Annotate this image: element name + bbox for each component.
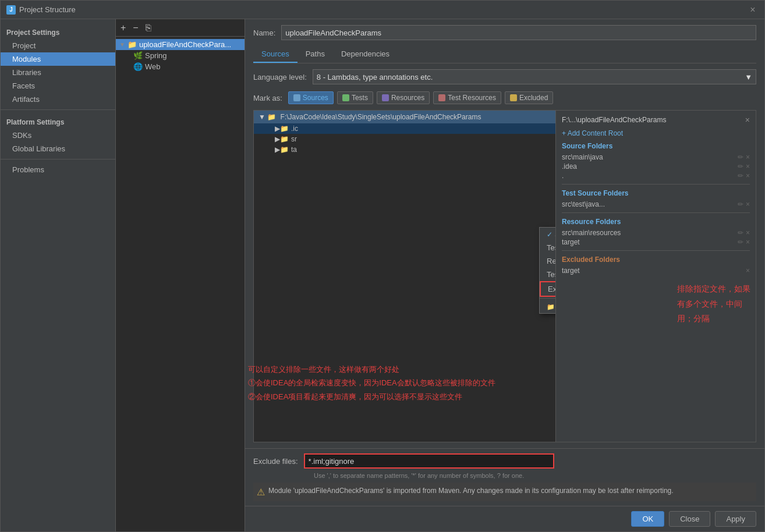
source-actions-1: ✏ × (738, 153, 750, 161)
project-structure-dialog: J Project Structure × Project Settings P… (0, 0, 765, 532)
source-folder-2: .idea ✏ × (562, 162, 750, 171)
resource-folder-1: src\main\resources ✏ × (562, 228, 750, 237)
sidebar-item-global-libraries[interactable]: Global Libraries (1, 142, 115, 155)
tree-add-button[interactable]: + (119, 23, 127, 33)
folder-target-icon: 📁 (280, 146, 289, 154)
lang-row: Language level: 8 - Lambdas, type annota… (253, 69, 756, 84)
module-name: uploadFileAndCheckPara... (139, 40, 231, 49)
context-item-new-folder[interactable]: 📁+New Folder... (540, 300, 556, 313)
mark-btn-test-resources[interactable]: Test Resources (433, 91, 501, 104)
name-input[interactable] (281, 25, 756, 40)
arrow-right-icon3: ▶ (275, 146, 280, 154)
name-row: Name: (253, 25, 756, 40)
mark-as-label: Mark as: (253, 94, 282, 102)
test-folder-1: src\test\java... ✏ × (562, 200, 750, 209)
edit-icon-4[interactable]: ✏ (738, 200, 743, 208)
tree-remove-button[interactable]: − (132, 23, 139, 33)
lang-label: Language level: (253, 73, 307, 81)
apply-button[interactable]: Apply (715, 511, 756, 527)
cancel-button[interactable]: Close (669, 511, 710, 527)
folder-ic-icon: 📁 (280, 125, 289, 133)
sidebar-item-facets[interactable]: Facets (1, 79, 115, 93)
tree-item-spring[interactable]: 🌿 Spring (116, 50, 245, 61)
sidebar-item-sdks[interactable]: SDKs (1, 129, 115, 142)
ok-button[interactable]: OK (631, 511, 664, 527)
add-content-root[interactable]: + Add Content Root (562, 129, 750, 137)
remove-icon-2[interactable]: × (746, 162, 750, 171)
exclude-row: Exclude files: (253, 453, 756, 469)
edit-icon-3[interactable]: ✏ (738, 172, 743, 180)
chevron-down-icon: ▼ (745, 73, 752, 81)
exclude-input[interactable] (304, 453, 554, 469)
tree-item-module[interactable]: ▼ 📁 uploadFileAndCheckPara... (116, 39, 245, 50)
warning-row: ⚠ Module 'uploadFileAndCheckParams' is i… (253, 483, 756, 501)
context-item-test-resources[interactable]: Test Resources (540, 268, 556, 281)
remove-icon-3[interactable]: × (746, 172, 750, 180)
detail-path-row: F:\...\uploadFileAndCheckParams × (562, 115, 750, 125)
annotation-side2: 有多个文件，中间 (677, 297, 750, 311)
remove-icon-6[interactable]: × (746, 238, 750, 246)
tab-dependencies[interactable]: Dependencies (333, 46, 398, 63)
remove-icon-4[interactable]: × (746, 200, 750, 208)
module-tree: + − ⎘ ▼ 📁 uploadFileAndCheckPara... 🌿 Sp… (116, 19, 245, 531)
context-item-sources[interactable]: ✓Sources Alt+S (540, 228, 556, 241)
tree-item-web[interactable]: 🌐 Web (116, 61, 245, 72)
annotation-right: 排除指定文件，如果 有多个文件，中间 用；分隔 (677, 282, 750, 326)
sidebar-divider (1, 109, 115, 110)
sidebar-divider2 (1, 159, 115, 159)
separator3 (562, 250, 750, 251)
annotation-side1: 排除指定文件，如果 (677, 282, 750, 296)
sidebar-item-modules[interactable]: Modules (1, 52, 115, 66)
tab-paths[interactable]: Paths (298, 46, 333, 63)
mark-btn-tests[interactable]: Tests (337, 91, 373, 104)
resource-folders-title: Resource Folders (562, 218, 750, 226)
context-item-excluded[interactable]: Excluded Alt+E (540, 281, 556, 297)
edit-icon-6[interactable]: ✏ (738, 238, 743, 246)
lang-select[interactable]: 8 - Lambdas, type annotations etc. ▼ (313, 69, 756, 84)
mark-btn-resources[interactable]: Resources (377, 91, 430, 104)
context-item-tests[interactable]: Tests Alt+T (540, 241, 556, 254)
mark-as-row: Mark as: Sources Tests Resources (253, 91, 756, 104)
excluded-icon (510, 94, 517, 101)
file-node-target[interactable]: ▶ 📁 ta (254, 144, 555, 155)
separator1 (562, 184, 750, 185)
source-folder-1: src\main\java ✏ × (562, 152, 750, 162)
mark-btn-excluded[interactable]: Excluded (505, 91, 553, 104)
mark-btn-sources[interactable]: Sources (288, 91, 334, 104)
tab-sources[interactable]: Sources (253, 46, 298, 63)
edit-icon-5[interactable]: ✏ (738, 229, 743, 237)
detail-close-button[interactable]: × (745, 115, 750, 125)
remove-icon-1[interactable]: × (746, 153, 750, 161)
tree-copy-button[interactable]: ⎘ (144, 23, 153, 33)
sidebar-item-problems[interactable]: Problems (1, 163, 115, 176)
arrow-right-icon: ▶ (275, 125, 280, 133)
context-item-resources[interactable]: Resources (540, 254, 556, 268)
exclude-hint: Use ',' to separate name patterns, '*' f… (253, 472, 756, 479)
detail-path-text: F:\...\uploadFileAndCheckParams (562, 116, 666, 124)
excluded-folder-1: target × (562, 266, 750, 275)
tests-icon (342, 94, 349, 101)
sidebar-item-project[interactable]: Project (1, 39, 115, 52)
platform-settings-title: Platform Settings (1, 116, 115, 129)
content-split: ▼ 📁 F:\JavaCode\Idea\Study\SingleSets\up… (253, 110, 756, 442)
lang-select-value: 8 - Lambdas, type annotations etc. (317, 73, 433, 81)
sidebar-item-artifacts[interactable]: Artifacts (1, 93, 115, 106)
source-folders-title: Source Folders (562, 142, 750, 150)
file-node-src[interactable]: ▶ 📁 sr (254, 134, 555, 144)
title-bar-left: J Project Structure (6, 5, 76, 15)
edit-icon-1[interactable]: ✏ (738, 153, 743, 161)
remove-icon-7[interactable]: × (746, 267, 750, 275)
web-icon: 🌐 (133, 62, 143, 71)
warning-text: Module 'uploadFileAndCheckParams' is imp… (268, 486, 674, 496)
file-node-ic[interactable]: ▶ 📁 .ic (254, 123, 555, 134)
arrow-right-icon2: ▶ (275, 135, 280, 143)
close-button[interactable]: × (747, 4, 759, 16)
remove-icon-5[interactable]: × (746, 229, 750, 237)
sidebar-item-libraries[interactable]: Libraries (1, 66, 115, 79)
edit-icon-2[interactable]: ✏ (738, 162, 743, 171)
new-folder-icon: 📁+ (547, 303, 556, 310)
excluded-folders-title: Excluded Folders (562, 256, 750, 264)
tabs-row: Sources Paths Dependencies (253, 46, 756, 63)
right-panel: Name: Sources Paths Dependencies Languag… (245, 19, 764, 448)
test-source-title: Test Source Folders (562, 189, 750, 197)
